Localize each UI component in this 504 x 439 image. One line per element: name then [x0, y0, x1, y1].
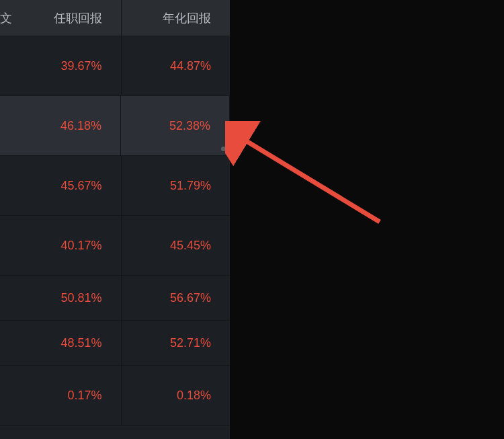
table-header-row: 文 任职回报 年化回报 — [0, 0, 230, 36]
table-header-partial: 文 — [0, 0, 12, 36]
table-header-annualized-return[interactable]: 年化回报 — [122, 0, 230, 36]
table-row[interactable]: 40.17%45.45% — [0, 216, 230, 276]
table-row[interactable]: 46.18%52.38% — [0, 96, 230, 156]
table-row[interactable]: 39.67%44.87% — [0, 36, 230, 96]
table-cell: 52.71% — [122, 321, 230, 365]
table-row[interactable]: 48.51%52.71% — [0, 321, 230, 366]
table-cell: 50.81% — [12, 276, 122, 320]
returns-table-panel: 文 任职回报 年化回报 39.67%44.87%46.18%52.38%45.6… — [0, 0, 230, 439]
highlight-indicator-icon — [221, 147, 226, 151]
table-cell: 46.18% — [12, 96, 121, 155]
svg-line-1 — [240, 137, 380, 222]
table-cell: 0.18% — [122, 366, 230, 425]
table-cell: 51.79% — [122, 156, 230, 215]
table-cell — [0, 36, 12, 95]
table-cell — [0, 366, 12, 425]
arrow-annotation-icon — [225, 121, 400, 242]
table-row[interactable]: 50.81%56.67% — [0, 276, 230, 321]
table-cell: 48.51% — [12, 321, 122, 365]
table-cell — [0, 96, 12, 155]
table-row[interactable]: 45.67%51.79% — [0, 156, 230, 216]
table-cell: 39.67% — [12, 36, 122, 95]
table-cell: 40.17% — [12, 216, 122, 275]
table-cell: 44.87% — [122, 36, 230, 95]
table-cell — [0, 276, 12, 320]
table-cell — [0, 321, 12, 365]
table-row[interactable]: 0.17%0.18% — [0, 366, 230, 426]
table-cell: 56.67% — [122, 276, 230, 320]
table-cell — [0, 216, 12, 275]
table-cell: 0.17% — [12, 366, 122, 425]
table-header-tenure-return[interactable]: 任职回报 — [12, 0, 122, 36]
table-cell: 45.67% — [12, 156, 122, 215]
table-cell: 45.45% — [122, 216, 230, 275]
table-cell — [0, 156, 12, 215]
table-cell: 52.38% — [121, 96, 230, 155]
